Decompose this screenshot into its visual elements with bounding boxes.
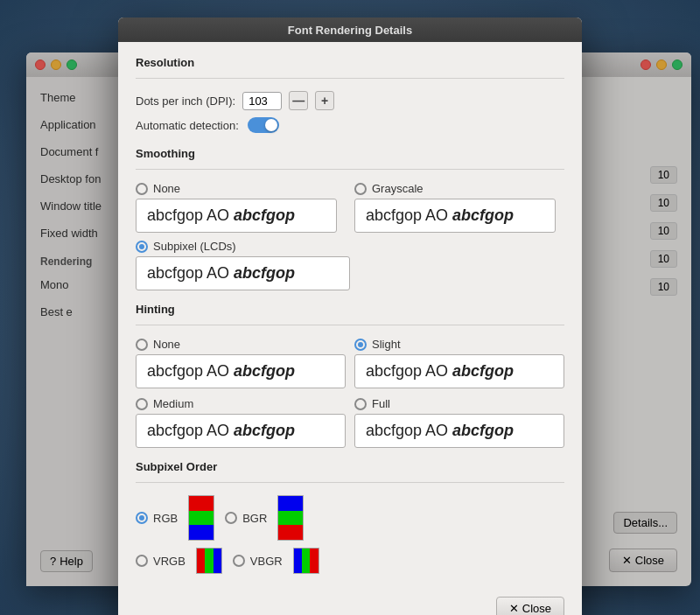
bgr-green-stripe bbox=[278, 511, 303, 526]
smoothing-none-option: None abcfgop AO abcfgop bbox=[136, 182, 337, 233]
subpixel-row-2: VRGB VBGR bbox=[136, 548, 564, 574]
hinting-medium-preview: abcfgop AO abcfgop bbox=[136, 414, 346, 448]
smoothing-grayscale-preview: abcfgop AO abcfgop bbox=[354, 199, 556, 233]
hinting-slight-preview: abcfgop AO abcfgop bbox=[354, 354, 564, 388]
smoothing-subpixel-row[interactable]: Subpixel (LCDs) bbox=[136, 240, 564, 253]
hinting-none-option: None abcfgop AO abcfgop bbox=[136, 338, 346, 388]
rgb-red-stripe bbox=[189, 496, 214, 511]
subpixel-divider bbox=[136, 482, 564, 483]
hinting-none-row[interactable]: None bbox=[136, 338, 346, 351]
resolution-section-title: Resolution bbox=[136, 56, 564, 69]
hinting-none-preview: abcfgop AO abcfgop bbox=[136, 354, 346, 388]
dpi-plus-button[interactable]: + bbox=[315, 91, 334, 110]
vbgr-green-stripe bbox=[302, 549, 310, 573]
dpi-label: Dots per inch (DPI): bbox=[136, 94, 235, 108]
subpixel-rgb-row[interactable]: RGB bbox=[136, 512, 178, 525]
subpixel-vbgr-pair: VBGR bbox=[233, 555, 283, 568]
subpixel-vbgr-row[interactable]: VBGR bbox=[233, 555, 283, 568]
modal-footer: ✕ Close bbox=[118, 588, 582, 615]
modal-close-button[interactable]: ✕ Close bbox=[496, 597, 564, 615]
bgr-blue-stripe bbox=[278, 496, 303, 511]
smoothing-grayscale-row[interactable]: Grayscale bbox=[354, 182, 556, 195]
smoothing-none-preview: abcfgop AO abcfgop bbox=[136, 199, 337, 233]
subpixel-bgr-radio[interactable] bbox=[225, 512, 237, 524]
auto-detect-label: Automatic detection: bbox=[136, 119, 239, 132]
subpixel-rgb-pair: RGB bbox=[136, 512, 178, 525]
smoothing-divider bbox=[136, 169, 564, 170]
vrgb-blue-stripe bbox=[214, 549, 221, 573]
modal-overlay: Font Rendering Details Resolution Dots p… bbox=[0, 0, 700, 615]
subpixel-rgb-label: RGB bbox=[153, 512, 178, 525]
modal-titlebar: Font Rendering Details bbox=[118, 17, 582, 42]
hinting-divider bbox=[136, 325, 564, 325]
hinting-medium-option: Medium abcfgop AO abcfgop bbox=[136, 397, 346, 448]
subpixel-vrgb-row[interactable]: VRGB bbox=[136, 555, 186, 568]
dpi-row: Dots per inch (DPI): — + bbox=[136, 91, 564, 110]
subpixel-vrgb-radio[interactable] bbox=[136, 555, 148, 567]
hinting-grid: None abcfgop AO abcfgop Slight abcfgop A… bbox=[136, 338, 564, 448]
smoothing-grayscale-option: Grayscale abcfgop AO abcfgop bbox=[354, 182, 556, 233]
vbgr-color-block bbox=[293, 548, 319, 574]
modal-title: Font Rendering Details bbox=[288, 24, 412, 37]
rgb-color-block bbox=[188, 495, 214, 541]
bgr-red-stripe bbox=[278, 525, 303, 540]
subpixel-vbgr-label: VBGR bbox=[250, 555, 283, 568]
dpi-minus-button[interactable]: — bbox=[289, 91, 308, 110]
smoothing-grayscale-radio[interactable] bbox=[354, 183, 367, 195]
rgb-blue-stripe bbox=[189, 525, 214, 540]
subpixel-section-title: Subpixel Order bbox=[136, 460, 564, 473]
hinting-full-radio[interactable] bbox=[354, 398, 367, 410]
hinting-medium-radio[interactable] bbox=[136, 398, 148, 410]
hinting-slight-option: Slight abcfgop AO abcfgop bbox=[354, 338, 564, 388]
subpixel-rgb-radio[interactable] bbox=[136, 512, 148, 524]
subpixel-vrgb-pair: VRGB bbox=[136, 555, 186, 568]
resolution-divider bbox=[136, 78, 564, 79]
hinting-slight-label: Slight bbox=[372, 338, 401, 351]
vbgr-blue-stripe bbox=[294, 549, 302, 573]
subpixel-bgr-row[interactable]: BGR bbox=[225, 512, 267, 525]
auto-detect-toggle[interactable] bbox=[248, 117, 279, 133]
hinting-medium-row[interactable]: Medium bbox=[136, 397, 346, 410]
hinting-medium-label: Medium bbox=[153, 397, 193, 410]
smoothing-subpixel-label: Subpixel (LCDs) bbox=[153, 240, 236, 253]
subpixel-vrgb-label: VRGB bbox=[153, 555, 186, 568]
subpixel-row: RGB BGR bbox=[136, 495, 564, 541]
smoothing-none-label: None bbox=[153, 182, 180, 195]
vrgb-green-stripe bbox=[205, 549, 213, 573]
toggle-knob bbox=[265, 119, 277, 131]
smoothing-none-radio[interactable] bbox=[136, 183, 148, 195]
hinting-full-label: Full bbox=[372, 397, 390, 410]
smoothing-none-row[interactable]: None bbox=[136, 182, 337, 195]
hinting-slight-row[interactable]: Slight bbox=[354, 338, 564, 351]
subpixel-bgr-pair: BGR bbox=[225, 512, 267, 525]
subpixel-bgr-label: BGR bbox=[242, 512, 267, 525]
hinting-full-row[interactable]: Full bbox=[354, 397, 564, 410]
bgr-color-block bbox=[277, 495, 304, 541]
vbgr-red-stripe bbox=[310, 549, 318, 573]
font-rendering-modal: Font Rendering Details Resolution Dots p… bbox=[118, 17, 582, 615]
auto-detect-row: Automatic detection: bbox=[136, 117, 564, 133]
smoothing-subpixel-option: Subpixel (LCDs) abcfgop AO abcfgop bbox=[136, 240, 564, 290]
vrgb-color-block bbox=[196, 548, 222, 574]
hinting-full-preview: abcfgop AO abcfgop bbox=[354, 414, 564, 448]
smoothing-grayscale-label: Grayscale bbox=[372, 182, 424, 195]
subpixel-vbgr-radio[interactable] bbox=[233, 555, 245, 567]
smoothing-section-title: Smoothing bbox=[136, 147, 564, 160]
modal-body: Resolution Dots per inch (DPI): — + Auto… bbox=[118, 42, 582, 588]
hinting-full-option: Full abcfgop AO abcfgop bbox=[354, 397, 564, 448]
hinting-none-radio[interactable] bbox=[136, 339, 148, 351]
hinting-section-title: Hinting bbox=[136, 303, 564, 316]
smoothing-subpixel-preview: abcfgop AO abcfgop bbox=[136, 256, 350, 290]
vrgb-red-stripe bbox=[197, 549, 205, 573]
hinting-none-label: None bbox=[153, 338, 180, 351]
dpi-input[interactable] bbox=[242, 92, 282, 110]
rgb-green-stripe bbox=[189, 511, 214, 526]
hinting-slight-radio[interactable] bbox=[354, 339, 367, 351]
smoothing-subpixel-radio[interactable] bbox=[136, 241, 148, 253]
smoothing-top-row: None abcfgop AO abcfgop Grayscale abcfgo… bbox=[136, 182, 564, 233]
